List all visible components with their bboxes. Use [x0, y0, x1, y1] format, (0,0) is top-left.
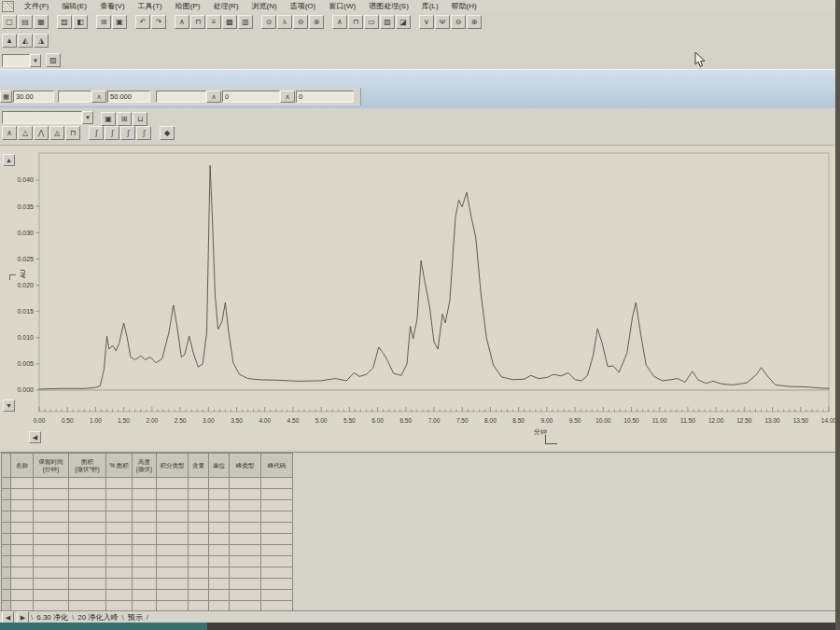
y-tick-label: 0.015	[17, 308, 34, 315]
print-preview-button[interactable]: ◧	[73, 15, 88, 29]
menu-item-5[interactable]: 处理(R)	[206, 2, 245, 10]
scroll-up-button[interactable]: ▲	[3, 154, 15, 166]
sheet-tab-1[interactable]: 20 净化入峰	[75, 612, 120, 623]
stack-view-button[interactable]: ≡	[206, 15, 221, 29]
column-header-0	[2, 454, 11, 478]
table-row[interactable]	[2, 590, 293, 601]
menu-item-8[interactable]: 窗口(W)	[322, 2, 362, 10]
menu-item-7[interactable]: 选项(O)	[284, 2, 323, 10]
dot-peak-button[interactable]: ◬	[49, 126, 64, 140]
scroll-left-button[interactable]: ◀	[29, 431, 41, 443]
table-row[interactable]	[2, 579, 293, 590]
save-button[interactable]: ▦	[34, 15, 49, 29]
scale-left-button[interactable]: ◭	[18, 34, 33, 48]
copy-button[interactable]: ⊞	[96, 15, 111, 29]
baseline-3-button[interactable]: ∫	[120, 126, 135, 140]
scale-right-button[interactable]: ◮	[34, 34, 49, 48]
integrate-peak-button[interactable]: ∧	[2, 126, 17, 140]
menu-item-1[interactable]: 编辑(E)	[55, 2, 93, 10]
sheet-tab-2[interactable]: 预示	[125, 612, 146, 623]
pointer-button[interactable]: ∨	[419, 15, 434, 29]
merge-peak-button[interactable]: ⋀	[34, 126, 49, 140]
time-offset-field[interactable]	[58, 91, 91, 103]
y-tick-label: 0.010	[17, 334, 34, 341]
menu-item-10[interactable]: 库(L)	[415, 2, 445, 10]
sample-name-field[interactable]	[156, 91, 206, 103]
overlay-view-button[interactable]: ▩	[222, 15, 237, 29]
scale-value-field[interactable]	[107, 91, 150, 103]
method-combobox[interactable]: ▼	[2, 111, 93, 124]
scale-left-icon: ◭	[22, 35, 28, 47]
manual-peak-button[interactable]: △	[18, 126, 33, 140]
table-window-button[interactable]: ▭	[364, 15, 379, 29]
grid-view-button[interactable]: ▥	[238, 15, 253, 29]
open-button[interactable]: ▤	[18, 15, 33, 29]
undo-button[interactable]: ↶	[135, 15, 150, 29]
baseline-1-button[interactable]: ∫	[89, 126, 104, 140]
table-row[interactable]	[2, 567, 293, 579]
chevron-down-icon[interactable]: ▼	[82, 111, 93, 124]
region-window-button[interactable]: ⊓	[348, 15, 363, 29]
table-cell	[11, 500, 34, 511]
split-window-button[interactable]: ◪	[396, 15, 411, 29]
baseline-2-button[interactable]: ∫	[105, 126, 119, 140]
new-button[interactable]: ▢	[2, 15, 17, 29]
x-tick-label: 0.00	[34, 417, 46, 424]
zoom-out-button[interactable]: ⊖	[293, 15, 308, 29]
table-row[interactable]	[2, 489, 293, 500]
table-row[interactable]	[2, 478, 293, 489]
style-combobox[interactable]: ▼	[2, 54, 41, 67]
table-cell	[209, 579, 230, 590]
peak-window-button[interactable]: ∧	[332, 15, 347, 29]
zoom-in-button[interactable]: ⊕	[309, 15, 324, 29]
peak-results-table[interactable]: 名称保留时间 (分钟)面积 (微伏*秒)% 面积高度 (微伏)积分类型含量单位峰…	[1, 453, 293, 612]
menu-item-2[interactable]: 查看(V)	[93, 2, 132, 10]
fill-pattern-icon: ▨	[49, 54, 57, 66]
expand-button[interactable]: ⊕	[467, 15, 482, 29]
table-cell	[133, 523, 157, 534]
spectrum-button[interactable]: Ψ	[435, 15, 450, 29]
table-cell	[11, 523, 34, 534]
table-cell	[209, 500, 230, 511]
table-row[interactable]	[2, 545, 293, 556]
menu-item-3[interactable]: 工具(T)	[132, 2, 169, 10]
hatch-window-button[interactable]: ▧	[380, 15, 395, 29]
table-cell	[230, 534, 261, 545]
table-row[interactable]	[2, 556, 293, 567]
table-row[interactable]	[2, 500, 293, 511]
table-row[interactable]	[2, 511, 293, 523]
scale-up-button[interactable]: ▲	[2, 34, 17, 48]
y-tick-label: 0.000	[17, 386, 34, 393]
start-value-field[interactable]	[222, 91, 280, 103]
menu-item-0[interactable]: 文件(F)	[18, 2, 55, 10]
menu-item-6[interactable]: 浏览(N)	[245, 2, 284, 10]
peak-start-button[interactable]: ∧	[206, 91, 221, 103]
scroll-down-button[interactable]: ▼	[3, 399, 15, 412]
valley-peak-button[interactable]: ⊓	[65, 126, 80, 140]
menu-item-4[interactable]: 绘图(P)	[169, 2, 207, 10]
lambda-tool-button[interactable]: λ	[277, 15, 292, 29]
peak-scale-button[interactable]: ∧	[91, 91, 106, 103]
redo-button[interactable]: ↷	[151, 15, 166, 29]
fill-pattern-button[interactable]: ▨	[46, 53, 61, 67]
chromatogram-plot[interactable]: 0.000.501.001.502.002.503.003.504.004.50…	[0, 146, 840, 449]
run-time-field[interactable]	[13, 91, 54, 103]
table-row[interactable]	[2, 523, 293, 534]
table-row[interactable]	[2, 534, 293, 545]
paste-button[interactable]: ▣	[112, 15, 127, 29]
baseline-view-button[interactable]: ⊓	[190, 15, 205, 29]
peak-end-button[interactable]: ∧	[280, 91, 295, 103]
print-button[interactable]: ▨	[57, 15, 72, 29]
contract-button[interactable]: ⊖	[451, 15, 466, 29]
zoom-tool-button[interactable]: ⊙	[261, 15, 276, 29]
end-value-field[interactable]	[296, 91, 354, 103]
time-axis-button[interactable]: ▦	[0, 91, 12, 103]
eraser-button[interactable]: ◆	[160, 126, 175, 140]
peak-view-button[interactable]: ∧	[175, 15, 189, 29]
baseline-4-button[interactable]: ∫	[136, 126, 151, 140]
table-cell	[34, 500, 69, 511]
menu-item-11[interactable]: 帮助(H)	[445, 2, 483, 10]
chevron-down-icon[interactable]: ▼	[30, 54, 41, 67]
sheet-tab-0[interactable]: 6.30 净化	[34, 612, 71, 623]
menu-item-9[interactable]: 谱图处理(S)	[362, 2, 415, 10]
